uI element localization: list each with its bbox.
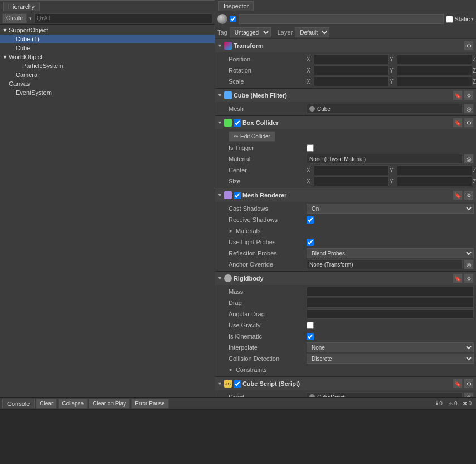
receive-shadows-checkbox[interactable] <box>307 216 314 224</box>
console-body <box>0 410 476 464</box>
is-kinematic-checkbox[interactable] <box>307 333 314 340</box>
size-x-input[interactable]: 1 <box>314 176 389 186</box>
tag-select[interactable]: Untagged <box>230 27 271 37</box>
collider-material-field[interactable]: None (Physic Material) <box>307 154 463 164</box>
script-pick-icon[interactable]: ◎ <box>464 392 474 397</box>
reflection-probes-select[interactable]: Blend Probes <box>307 248 474 258</box>
hierarchy-item-camera[interactable]: Camera <box>0 70 215 79</box>
inspector-tab[interactable]: Inspector <box>218 1 254 11</box>
hierarchy-item-particlesystem[interactable]: ParticleSystem <box>0 61 215 70</box>
materials-expand-icon[interactable]: ► <box>229 228 234 234</box>
mesh-renderer-bookmark-icon[interactable]: 🔖 <box>453 190 463 200</box>
object-name-field[interactable]: Cube (1) <box>239 14 444 24</box>
collider-material-value: None (Physic Material) ◎ <box>307 154 474 164</box>
static-dropdown-icon[interactable]: ▾ <box>471 16 474 22</box>
collision-detection-select[interactable]: Discrete <box>307 354 474 364</box>
rigidbody-bookmark-icon[interactable]: 🔖 <box>453 273 463 283</box>
rot-x-input[interactable]: 0 <box>314 65 389 75</box>
error-pause-button[interactable]: Error Pause <box>131 399 168 409</box>
hierarchy-item-supportobject[interactable]: SupportObject <box>0 26 215 35</box>
scale-x-input[interactable]: 2 <box>314 76 389 86</box>
center-x-input[interactable]: 0 <box>314 165 389 175</box>
mesh-renderer-enabled[interactable] <box>234 192 241 199</box>
box-collider-enabled[interactable] <box>234 119 241 127</box>
mesh-value: Cube ◎ <box>307 104 474 114</box>
hierarchy-item-eventsystem[interactable]: EventSystem <box>0 88 215 97</box>
collapse-button[interactable]: Collapse <box>58 399 88 409</box>
anchor-override-pick-icon[interactable]: ◎ <box>464 259 474 269</box>
transform-settings-icon[interactable]: ⚙ <box>464 41 474 51</box>
rigidbody-settings-icon[interactable]: ⚙ <box>464 273 474 283</box>
transform-header[interactable]: ▼ Transform ⚙ <box>215 39 476 52</box>
dropdown-icon: ▾ <box>29 16 32 21</box>
hierarchy-item-cube1[interactable]: Cube (1) <box>0 35 215 44</box>
layer-select[interactable]: Default <box>295 27 329 37</box>
rot-y-input[interactable]: 0 <box>397 65 472 75</box>
interpolate-select[interactable]: None <box>307 342 474 352</box>
transform-collapse-icon: ▼ <box>217 43 222 49</box>
hierarchy-item-worldobject[interactable]: WorldObject <box>0 52 215 61</box>
static-checkbox[interactable] <box>446 16 453 23</box>
edit-collider-button[interactable]: ✏ Edit Collider <box>229 131 275 142</box>
mesh-filter-header[interactable]: ▼ Cube (Mesh Filter) 🔖 ⚙ <box>215 89 476 102</box>
pos-x-input[interactable]: 78.32 <box>314 54 389 64</box>
box-collider-header[interactable]: ▼ Box Collider 🔖 ⚙ <box>215 116 476 129</box>
active-checkbox[interactable] <box>230 16 236 22</box>
clear-on-play-button[interactable]: Clear on Play <box>89 399 130 409</box>
console-tab[interactable]: Console <box>2 399 35 408</box>
pos-y-label: Y <box>390 56 396 62</box>
mass-row: Mass 1 <box>215 286 476 297</box>
size-label: Size <box>229 178 307 185</box>
mesh-filter-settings-icon[interactable]: ⚙ <box>464 90 474 100</box>
materials-label: Materials <box>236 228 261 234</box>
cube-script-bookmark-icon[interactable]: 🔖 <box>453 379 463 389</box>
rigidbody-header[interactable]: ▼ Rigidbody 🔖 ⚙ <box>215 272 476 285</box>
use-gravity-checkbox[interactable] <box>307 322 314 329</box>
center-y-input[interactable]: 0 <box>397 165 472 175</box>
hierarchy-item-cube[interactable]: Cube <box>0 44 215 52</box>
script-object-field[interactable]: CubeScript <box>307 392 463 397</box>
tag-label: Tag <box>217 29 227 36</box>
create-button[interactable]: Create <box>2 13 27 23</box>
box-collider-bookmark-icon[interactable]: 🔖 <box>453 118 463 128</box>
cast-shadows-select[interactable]: On <box>307 204 474 214</box>
use-light-probes-row: Use Light Probes <box>215 236 476 248</box>
anchor-override-field[interactable]: None (Transform) <box>307 259 463 269</box>
mesh-renderer-header[interactable]: ▼ Mesh Renderer 🔖 ⚙ <box>215 188 476 202</box>
constraints-divider: ► Constraints <box>215 364 476 375</box>
edit-collider-row: ✏ Edit Collider <box>215 130 476 142</box>
box-collider-settings-icon[interactable]: ⚙ <box>464 118 474 128</box>
hierarchy-tab[interactable]: Hierarchy <box>3 2 40 11</box>
rotation-row: Rotation X 0 Y 0 Z 0 <box>215 65 476 76</box>
hierarchy-tab-label: Hierarchy <box>8 3 35 10</box>
interpolate-label: Interpolate <box>229 344 307 351</box>
is-trigger-checkbox[interactable] <box>307 144 314 152</box>
pos-y-input[interactable]: 1.32 <box>397 54 472 64</box>
mesh-filter-bookmark-icon[interactable]: 🔖 <box>453 90 463 100</box>
cube-script-collapse-icon: ▼ <box>217 381 222 386</box>
box-collider-actions: 🔖 ⚙ <box>453 118 474 128</box>
transform-body: Position X 78.32 Y 1.32 Z 99.36 Rotation <box>215 52 476 88</box>
mesh-pick-icon[interactable]: ◎ <box>464 104 474 114</box>
cube-script-header[interactable]: ▼ JS Cube Script (Script) 🔖 ⚙ <box>215 377 476 390</box>
box-collider-title: Box Collider <box>242 119 451 126</box>
mesh-filter-actions: 🔖 ⚙ <box>453 90 474 100</box>
cube-script-settings-icon[interactable]: ⚙ <box>464 379 474 389</box>
drag-input[interactable]: 0 <box>307 298 474 308</box>
constraints-expand-icon[interactable]: ► <box>229 367 234 373</box>
is-trigger-row: Is Trigger <box>215 142 476 153</box>
mesh-renderer-settings-icon[interactable]: ⚙ <box>464 190 474 200</box>
edit-collider-value: ✏ Edit Collider <box>229 131 474 142</box>
collider-material-pick-icon[interactable]: ◎ <box>464 154 474 164</box>
mesh-object-field[interactable]: Cube <box>307 104 463 114</box>
size-y-input[interactable]: 1 <box>397 176 472 186</box>
mass-input[interactable]: 1 <box>307 287 474 297</box>
hierarchy-item-canvas[interactable]: Canvas <box>0 79 215 88</box>
anchor-override-value: None (Transform) ◎ <box>307 259 474 269</box>
scale-y-input[interactable]: 2 <box>397 76 472 86</box>
angular-drag-input[interactable]: 0.05 <box>307 309 474 319</box>
hierarchy-search[interactable] <box>34 13 212 23</box>
clear-button[interactable]: Clear <box>36 399 57 409</box>
cube-script-enabled[interactable] <box>234 380 241 388</box>
use-light-probes-checkbox[interactable] <box>307 239 314 246</box>
